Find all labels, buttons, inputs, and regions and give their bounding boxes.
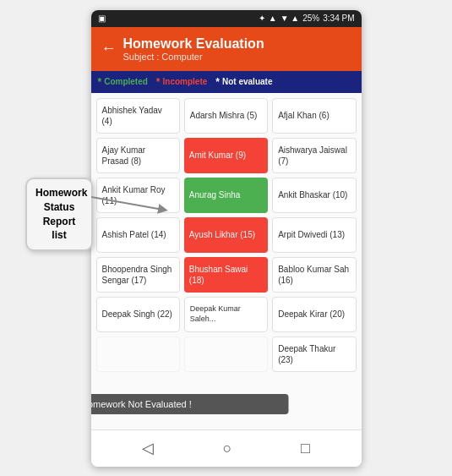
- student-card[interactable]: Arpit Dwivedi (13): [272, 217, 356, 253]
- incomplete-label: Incomplete: [163, 77, 208, 86]
- student-card-ashish[interactable]: Ashish Patel (14): [96, 217, 180, 253]
- not-evaluate-dot: *: [215, 76, 220, 88]
- battery-percent: 25%: [302, 14, 319, 23]
- student-card[interactable]: [96, 336, 180, 372]
- header-title: Homework Evaluation: [123, 36, 264, 52]
- incomplete-dot: *: [156, 76, 161, 88]
- completed-label: Completed: [104, 77, 148, 86]
- student-card[interactable]: [184, 336, 268, 372]
- student-card[interactable]: Deepak Kumar Saleh...: [184, 297, 268, 332]
- nav-bar: ◁ ○ □: [91, 429, 362, 467]
- header-subtitle: Subject : Computer: [123, 52, 264, 62]
- notification-icon: ▣: [98, 14, 106, 23]
- student-card[interactable]: Abhishek Yadav (4): [96, 98, 180, 134]
- student-card[interactable]: Bhoopendra Singh Sengar (17): [96, 257, 180, 293]
- phone-frame: ▣ ✦ ▲ ▼ ▲ 25% 3:34 PM ← Homework Evaluat…: [91, 10, 362, 467]
- legend-completed: * Completed: [98, 76, 148, 88]
- back-button[interactable]: ←: [101, 40, 117, 57]
- menu-nav-button[interactable]: □: [301, 440, 310, 457]
- signal-icon: ▼ ▲: [280, 14, 300, 23]
- completed-dot: *: [98, 76, 102, 88]
- legend-incomplete: * Incomplete: [156, 76, 207, 88]
- battery-icon: ▲: [269, 14, 277, 23]
- student-card-anurag[interactable]: Anurag Sinha: [184, 178, 268, 213]
- student-card[interactable]: Deepak Kirar (20): [272, 297, 356, 332]
- student-grid: Abhishek Yadav (4) Adarsh Mishra (5) Afj…: [91, 93, 362, 429]
- student-card[interactable]: Deepak Singh (22): [96, 297, 180, 332]
- student-card[interactable]: Afjal Khan (6): [272, 98, 356, 134]
- student-card[interactable]: Ajay Kumar Prasad (8): [96, 138, 180, 173]
- not-evaluate-label: Not evaluate: [222, 77, 272, 86]
- student-card[interactable]: Ankit Bhaskar (10): [272, 178, 356, 213]
- home-nav-button[interactable]: ○: [223, 440, 232, 457]
- time: 3:34 PM: [323, 14, 354, 23]
- bluetooth-icon: ✦: [259, 14, 265, 23]
- student-card[interactable]: Aishwarya Jaiswal (7): [272, 138, 356, 173]
- label-box: HomeworkStatusReport list: [25, 178, 93, 251]
- status-bar: ▣ ✦ ▲ ▼ ▲ 25% 3:34 PM: [91, 10, 362, 27]
- svg-line-0: [91, 197, 163, 210]
- legend-not-evaluate: * Not evaluate: [215, 76, 272, 88]
- student-card-ayush[interactable]: Ayush Likhar (15): [184, 217, 268, 253]
- student-card-bhushan[interactable]: Bhushan Sawai (18): [184, 257, 268, 293]
- app-header: ← Homework Evaluation Subject : Computer: [91, 27, 362, 71]
- tooltip: Homework Not Evaluated !: [91, 394, 289, 414]
- student-card-amit[interactable]: Amit Kumar (9): [184, 138, 268, 173]
- back-nav-button[interactable]: ◁: [142, 439, 154, 457]
- student-card[interactable]: Adarsh Mishra (5): [184, 98, 268, 134]
- legend-bar: * Completed * Incomplete * Not evaluate: [91, 71, 362, 93]
- student-card[interactable]: Deepak Thakur (23): [272, 336, 356, 372]
- student-card[interactable]: Babloo Kumar Sah (16): [272, 257, 356, 293]
